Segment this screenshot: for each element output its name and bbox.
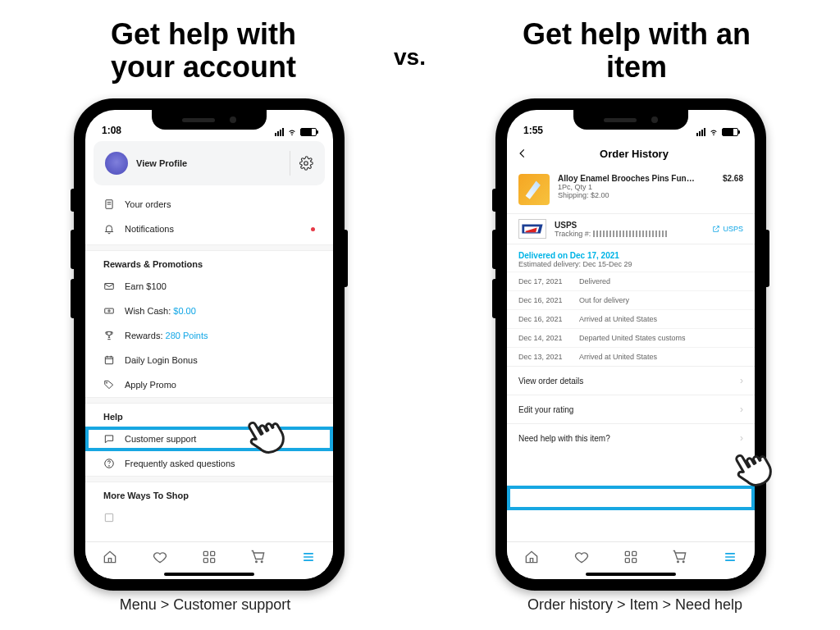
signal-icon — [696, 128, 705, 136]
question-icon — [103, 458, 115, 469]
view-profile-label: View Profile — [136, 158, 187, 168]
tab-categories[interactable] — [201, 549, 217, 568]
svg-point-13 — [109, 466, 110, 467]
tab-wishlist[interactable] — [573, 549, 590, 568]
rewards-section-header: Rewards & Promotions — [85, 251, 333, 274]
avatar — [105, 152, 128, 175]
svg-rect-5 — [105, 308, 114, 313]
menu-notifications[interactable]: Notifications — [85, 217, 333, 241]
battery-icon — [722, 128, 738, 136]
chevron-right-icon: › — [740, 375, 743, 386]
menu-faq[interactable]: Frequently asked questions — [85, 451, 333, 476]
menu-label: Daily Login Bonus — [125, 355, 198, 365]
caption-left: Menu > Customer support — [90, 596, 320, 614]
help-section-header: Help — [85, 404, 333, 427]
action-need-help[interactable]: Need help with this item?› — [507, 423, 755, 452]
svg-point-30 — [683, 561, 685, 563]
tracking-number: Tracking #: — [555, 230, 667, 238]
chevron-right-icon: › — [740, 432, 743, 444]
heading-vs: vs. — [394, 45, 426, 71]
signal-icon — [275, 128, 284, 136]
order-header[interactable]: Alloy Enamel Brooches Pins Fun… 1Pc, Qty… — [507, 169, 755, 213]
menu-label: Frequently asked questions — [125, 459, 235, 468]
notification-dot — [311, 227, 315, 231]
notch — [573, 110, 688, 130]
menu-customer-support[interactable]: Customer support — [85, 427, 333, 451]
tab-cart[interactable] — [672, 549, 688, 568]
phone-frame-left: 1:08 View Profile Your orders — [74, 98, 345, 591]
action-label: Need help with this item? — [518, 434, 610, 443]
product-thumbnail — [518, 174, 550, 205]
menu-daily-login[interactable]: Daily Login Bonus — [85, 348, 333, 372]
caption-right: Order history > Item > Need help — [520, 596, 750, 614]
svg-rect-16 — [211, 551, 215, 555]
menu-wish-cash[interactable]: Wish Cash: $0.00 — [85, 299, 333, 323]
tracking-row: Dec 16, 2021Out for delivery — [507, 290, 755, 309]
tracking-row: Dec 17, 2021Delivered — [507, 272, 755, 290]
cash-icon — [103, 305, 115, 317]
menu-earn[interactable]: Earn $100 — [85, 274, 333, 299]
menu-label: Customer support — [125, 434, 196, 444]
svg-rect-28 — [632, 558, 637, 562]
menu-cutoff — [85, 505, 333, 530]
chat-icon — [103, 433, 115, 445]
tab-menu[interactable] — [300, 549, 317, 568]
tab-menu[interactable] — [722, 549, 738, 568]
svg-point-29 — [678, 561, 679, 563]
menu-your-orders[interactable]: Your orders — [85, 192, 333, 217]
heading-item-help: Get help with an item — [514, 18, 760, 83]
notch — [152, 110, 267, 130]
action-view-details[interactable]: View order details› — [507, 366, 755, 395]
svg-rect-4 — [105, 284, 114, 290]
heading-account-help: Get help with your account — [80, 18, 326, 83]
home-indicator — [586, 573, 676, 576]
menu-apply-promo[interactable]: Apply Promo — [85, 372, 333, 397]
action-label: View order details — [518, 377, 583, 386]
tracking-row: Dec 13, 2021Arrived at United States — [507, 347, 755, 366]
svg-rect-26 — [632, 551, 637, 555]
menu-rewards[interactable]: Rewards: 280 Points — [85, 323, 333, 348]
pointer-hand-icon — [725, 443, 778, 495]
svg-point-0 — [304, 162, 308, 166]
svg-rect-14 — [105, 514, 112, 521]
menu-label: Wish Cash: $0.00 — [125, 306, 196, 316]
svg-rect-17 — [203, 558, 208, 562]
status-time: 1:08 — [102, 125, 121, 136]
svg-rect-15 — [203, 551, 208, 555]
home-indicator — [164, 573, 254, 576]
action-edit-rating[interactable]: Edit your rating› — [507, 395, 755, 423]
bell-icon — [103, 223, 115, 235]
menu-label: Earn $100 — [125, 281, 167, 291]
menu-label: Apply Promo — [125, 380, 176, 390]
status-time: 1:55 — [523, 125, 543, 136]
chevron-right-icon: › — [740, 404, 743, 415]
menu-label: Your orders — [125, 199, 171, 209]
profile-header[interactable]: View Profile — [94, 141, 325, 185]
svg-rect-18 — [211, 558, 215, 562]
more-section-header: More Ways To Shop — [85, 482, 333, 505]
tracking-link[interactable]: USPS — [712, 225, 743, 233]
carrier-name: USPS — [555, 221, 667, 230]
wifi-icon — [709, 128, 719, 136]
menu-label: Notifications — [125, 224, 174, 234]
tab-home[interactable] — [102, 549, 118, 568]
tracking-row: Dec 16, 2021Arrived at United States — [507, 309, 755, 328]
tab-wishlist[interactable] — [152, 549, 168, 568]
mail-icon — [103, 281, 115, 292]
gear-icon[interactable] — [299, 156, 313, 171]
product-title: Alloy Enamel Brooches Pins Fun… — [558, 174, 714, 183]
product-shipping: Shipping: $2.00 — [558, 191, 714, 199]
tab-cart[interactable] — [250, 549, 267, 568]
carrier-row[interactable]: USPS Tracking #: USPS — [507, 213, 755, 244]
orders-icon — [103, 199, 115, 210]
calendar-icon — [103, 354, 115, 366]
nav-bar: Order History — [507, 138, 755, 169]
delivery-status: Delivered on Dec 17, 2021 Estimated deli… — [507, 244, 755, 272]
svg-point-6 — [108, 310, 110, 312]
delivery-title: Delivered on Dec 17, 2021 — [518, 251, 743, 260]
tab-categories[interactable] — [623, 549, 639, 568]
tag-icon — [103, 379, 115, 390]
product-qty: 1Pc, Qty 1 — [558, 183, 714, 191]
usps-logo-icon — [518, 219, 546, 239]
tab-home[interactable] — [523, 549, 540, 568]
